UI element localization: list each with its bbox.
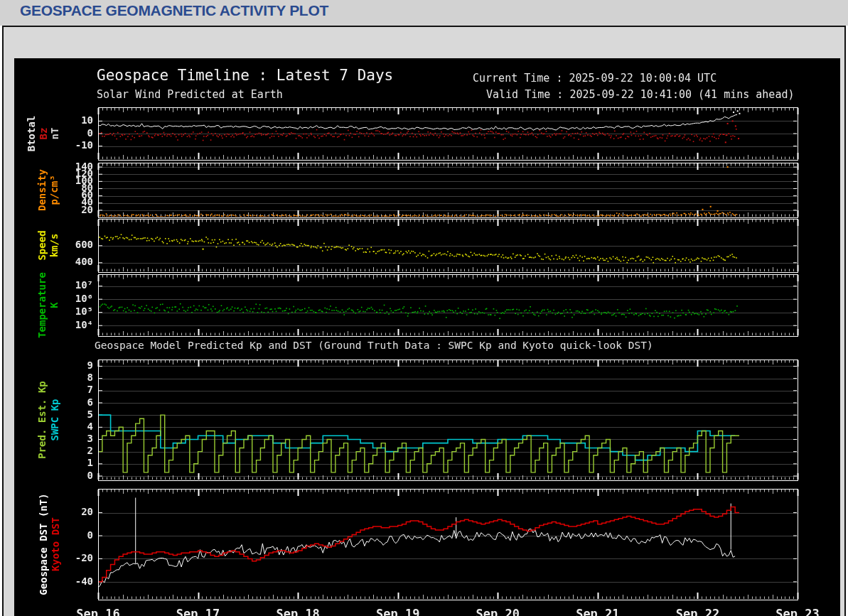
plot-title: Geospace Timeline : Latest 7 Days bbox=[97, 67, 393, 84]
page-title: GEOSPACE GEOMAGNETIC ACTIVITY PLOT bbox=[20, 2, 328, 19]
current-time-text: Current Time : 2025-09-22 10:00:04 UTC bbox=[473, 72, 716, 85]
geospace-plot-canvas bbox=[14, 58, 840, 616]
plot-frame: Geospace Timeline : Latest 7 Days Curren… bbox=[2, 26, 846, 616]
geospace-plot: Geospace Timeline : Latest 7 Days Curren… bbox=[14, 58, 840, 616]
plot-subtitle: Solar Wind Predicted at Earth bbox=[97, 88, 283, 101]
kp-dst-section-title: Geospace Model Predicted Kp and DST (Gro… bbox=[95, 340, 653, 351]
page-header-bar: GEOSPACE GEOMAGNETIC ACTIVITY PLOT bbox=[0, 0, 848, 26]
valid-time-text: Valid Time : 2025-09-22 10:41:00 (41 min… bbox=[486, 88, 794, 101]
